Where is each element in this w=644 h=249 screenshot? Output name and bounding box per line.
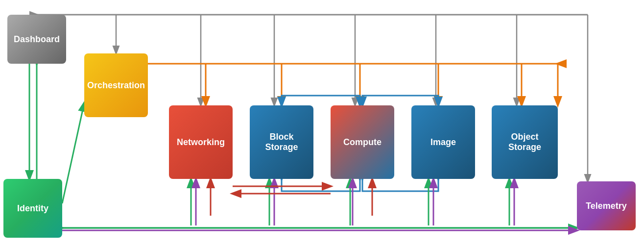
orchestration-label: Orchestration — [87, 80, 145, 91]
telemetry-label: Telemetry — [586, 201, 627, 211]
networking-node: Networking — [169, 105, 233, 179]
dashboard-node: Dashboard — [7, 15, 66, 64]
dashboard-label: Dashboard — [14, 34, 60, 45]
telemetry-node: Telemetry — [577, 181, 636, 230]
block-storage-label: BlockStorage — [265, 132, 298, 152]
identity-label: Identity — [17, 203, 48, 214]
networking-label: Networking — [177, 137, 225, 148]
svg-line-26 — [62, 103, 84, 203]
diagram-container: Dashboard Orchestration Networking Block… — [0, 0, 644, 249]
compute-node: Compute — [331, 105, 394, 179]
object-storage-node: ObjectStorage — [492, 105, 558, 179]
orchestration-node: Orchestration — [84, 53, 148, 117]
compute-label: Compute — [343, 137, 382, 148]
block-storage-node: BlockStorage — [250, 105, 313, 179]
image-node: Image — [411, 105, 475, 179]
object-storage-label: ObjectStorage — [508, 132, 541, 152]
image-label: Image — [430, 137, 456, 148]
identity-node: Identity — [3, 179, 62, 238]
